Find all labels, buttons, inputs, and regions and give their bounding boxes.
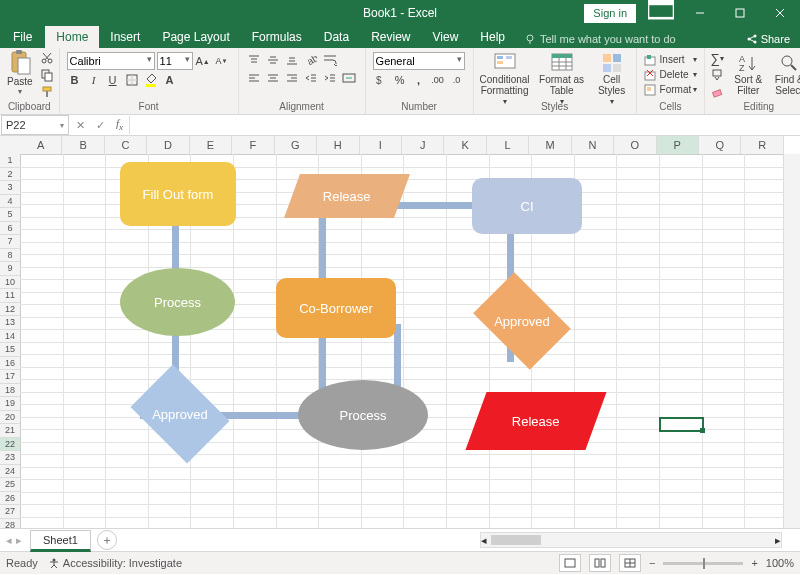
row-header-1[interactable]: 1 bbox=[0, 154, 20, 168]
align-bottom-button[interactable] bbox=[284, 52, 301, 68]
autosum-button[interactable]: ∑▾ bbox=[709, 50, 726, 66]
shape-ci[interactable]: CI bbox=[472, 178, 582, 234]
fill-button[interactable] bbox=[709, 67, 726, 83]
underline-button[interactable]: U bbox=[105, 72, 122, 88]
col-header-B[interactable]: B bbox=[62, 136, 104, 154]
fx-icon[interactable]: fx bbox=[110, 117, 129, 132]
zoom-level[interactable]: 100% bbox=[766, 557, 794, 569]
decrease-indent-button[interactable] bbox=[303, 70, 320, 86]
col-header-K[interactable]: K bbox=[444, 136, 486, 154]
row-header-28[interactable]: 28 bbox=[0, 519, 20, 529]
maximize-button[interactable] bbox=[720, 0, 760, 26]
row-header-23[interactable]: 23 bbox=[0, 451, 20, 465]
col-header-R[interactable]: R bbox=[741, 136, 783, 154]
col-header-M[interactable]: M bbox=[529, 136, 571, 154]
row-header-21[interactable]: 21 bbox=[0, 424, 20, 438]
border-button[interactable] bbox=[124, 72, 141, 88]
row-header-13[interactable]: 13 bbox=[0, 316, 20, 330]
orientation-button[interactable]: ab bbox=[303, 52, 320, 68]
row-header-9[interactable]: 9 bbox=[0, 262, 20, 276]
shape-process-1[interactable]: Process bbox=[120, 268, 235, 336]
tab-view[interactable]: View bbox=[422, 26, 470, 48]
tab-file[interactable]: File bbox=[0, 26, 45, 48]
accounting-format-button[interactable]: $ bbox=[373, 72, 390, 88]
sheet-tab-sheet1[interactable]: Sheet1 bbox=[30, 530, 91, 552]
format-painter-button[interactable] bbox=[39, 84, 55, 99]
col-header-D[interactable]: D bbox=[147, 136, 189, 154]
cells-grid[interactable]: Fill Out form Process Approved Release C… bbox=[20, 154, 784, 528]
column-headers[interactable]: ABCDEFGHIJKLMNOPQR bbox=[20, 136, 784, 155]
close-button[interactable] bbox=[760, 0, 800, 26]
enter-formula-button[interactable]: ✓ bbox=[90, 119, 110, 132]
shape-release-1[interactable]: Release bbox=[284, 174, 410, 218]
row-header-22[interactable]: 22 bbox=[0, 438, 20, 452]
horizontal-scrollbar[interactable]: ◂▸ bbox=[480, 532, 782, 548]
increase-indent-button[interactable] bbox=[322, 70, 339, 86]
share-button[interactable]: Share bbox=[736, 30, 800, 48]
sign-in-button[interactable]: Sign in bbox=[584, 4, 636, 23]
col-header-E[interactable]: E bbox=[190, 136, 232, 154]
number-format-select[interactable]: General bbox=[373, 52, 465, 70]
wrap-text-button[interactable] bbox=[322, 52, 339, 68]
decrease-decimal-button[interactable]: .0 bbox=[449, 72, 466, 88]
tab-home[interactable]: Home bbox=[45, 26, 99, 48]
row-header-24[interactable]: 24 bbox=[0, 465, 20, 479]
copy-button[interactable] bbox=[39, 67, 55, 82]
row-header-25[interactable]: 25 bbox=[0, 478, 20, 492]
find-select-button[interactable]: Find & Select bbox=[770, 50, 800, 98]
insert-cells-button[interactable]: Insert ▾ bbox=[644, 52, 698, 67]
comma-format-button[interactable]: , bbox=[411, 72, 428, 88]
page-break-view-button[interactable] bbox=[619, 554, 641, 572]
col-header-F[interactable]: F bbox=[232, 136, 274, 154]
new-sheet-button[interactable]: ＋ bbox=[97, 530, 117, 550]
row-header-4[interactable]: 4 bbox=[0, 195, 20, 209]
tab-page-layout[interactable]: Page Layout bbox=[151, 26, 240, 48]
row-header-15[interactable]: 15 bbox=[0, 343, 20, 357]
row-header-11[interactable]: 11 bbox=[0, 289, 20, 303]
cut-button[interactable] bbox=[39, 50, 55, 65]
shape-process-2[interactable]: Process bbox=[298, 380, 428, 450]
paste-button[interactable]: Paste ▾ bbox=[4, 50, 36, 100]
row-headers[interactable]: 1234567891011121314151617181920212223242… bbox=[0, 154, 21, 528]
col-header-J[interactable]: J bbox=[402, 136, 444, 154]
formula-input[interactable] bbox=[129, 116, 800, 134]
active-cell[interactable] bbox=[659, 417, 704, 432]
increase-decimal-button[interactable]: .00 bbox=[430, 72, 447, 88]
row-header-17[interactable]: 17 bbox=[0, 370, 20, 384]
fill-color-button[interactable] bbox=[143, 72, 160, 88]
sheet-nav[interactable]: ◂▸ bbox=[0, 534, 28, 547]
shape-approved-1[interactable]: Approved bbox=[140, 384, 220, 444]
minimize-button[interactable] bbox=[680, 0, 720, 26]
tab-insert[interactable]: Insert bbox=[99, 26, 151, 48]
row-header-12[interactable]: 12 bbox=[0, 303, 20, 317]
col-header-Q[interactable]: Q bbox=[699, 136, 741, 154]
col-header-G[interactable]: G bbox=[275, 136, 317, 154]
font-name-select[interactable]: Calibri bbox=[67, 52, 155, 70]
clear-button[interactable] bbox=[709, 84, 726, 100]
align-top-button[interactable] bbox=[246, 52, 263, 68]
select-all-corner[interactable] bbox=[0, 136, 21, 155]
row-header-20[interactable]: 20 bbox=[0, 411, 20, 425]
row-header-6[interactable]: 6 bbox=[0, 222, 20, 236]
bold-button[interactable]: B bbox=[67, 72, 84, 88]
row-header-26[interactable]: 26 bbox=[0, 492, 20, 506]
col-header-P[interactable]: P bbox=[657, 136, 699, 154]
worksheet[interactable]: ABCDEFGHIJKLMNOPQR 123456789101112131415… bbox=[0, 136, 800, 528]
col-header-A[interactable]: A bbox=[20, 136, 62, 154]
ribbon-display-options-icon[interactable] bbox=[648, 0, 674, 26]
align-center-button[interactable] bbox=[265, 70, 282, 86]
shape-fill-out-form[interactable]: Fill Out form bbox=[120, 162, 236, 226]
page-layout-view-button[interactable] bbox=[589, 554, 611, 572]
tab-help[interactable]: Help bbox=[469, 26, 516, 48]
col-header-H[interactable]: H bbox=[317, 136, 359, 154]
row-header-3[interactable]: 3 bbox=[0, 181, 20, 195]
row-header-10[interactable]: 10 bbox=[0, 276, 20, 290]
zoom-out-button[interactable]: − bbox=[649, 557, 655, 569]
format-cells-button[interactable]: Format ▾ bbox=[644, 82, 698, 97]
tab-formulas[interactable]: Formulas bbox=[241, 26, 313, 48]
row-header-7[interactable]: 7 bbox=[0, 235, 20, 249]
row-header-5[interactable]: 5 bbox=[0, 208, 20, 222]
col-header-O[interactable]: O bbox=[614, 136, 656, 154]
font-size-select[interactable]: 11 bbox=[157, 52, 193, 70]
row-header-8[interactable]: 8 bbox=[0, 249, 20, 263]
